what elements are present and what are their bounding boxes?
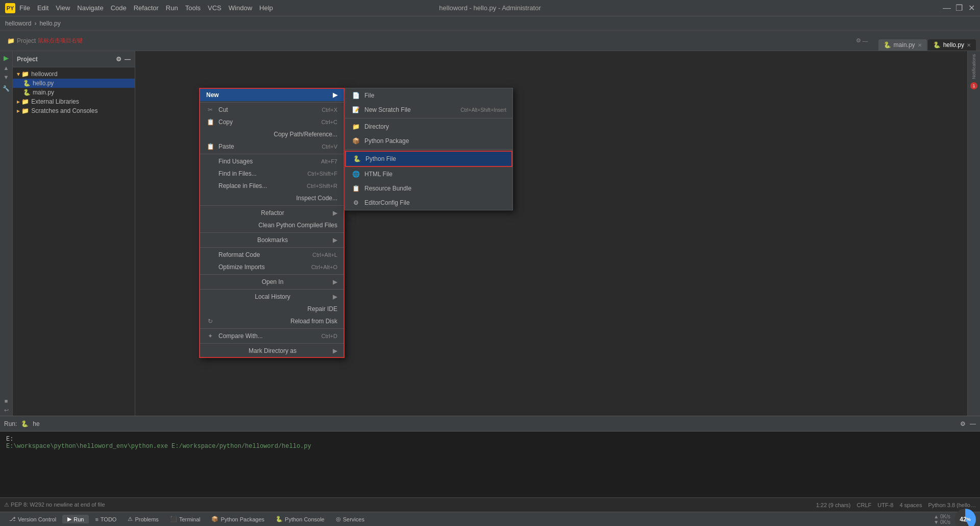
separator-7 — [200, 289, 344, 290]
left-sidebar: ▶ ▲ ▼ 🔧 ■ ↩ — [0, 51, 13, 416]
submenu-resource[interactable]: 📋 Resource Bundle — [345, 181, 512, 196]
context-inspect[interactable]: Inspect Code... — [200, 192, 344, 204]
tab-main-py[interactable]: 🐍 main.py ✕ — [878, 39, 927, 51]
context-copy-path[interactable]: Copy Path/Reference... — [200, 128, 344, 140]
close-button[interactable]: ✕ — [968, 5, 975, 12]
editor-area[interactable]: New ▶ ✂ Cut Ctrl+X 📋 Copy Ctrl+C Copy Pa… — [135, 51, 967, 416]
menu-view[interactable]: View — [56, 4, 70, 12]
context-paste[interactable]: 📋 Paste Ctrl+V — [200, 140, 344, 153]
toolbar-settings-icon[interactable]: ⚙ — [856, 37, 861, 44]
submenu-directory[interactable]: 📁 Directory — [345, 119, 512, 134]
submenu-py-package[interactable]: 📦 Python Package — [345, 134, 512, 148]
context-cut[interactable]: ✂ Cut Ctrl+X — [200, 104, 344, 116]
sidebar-up-icon[interactable]: ▲ — [4, 65, 9, 71]
context-refactor[interactable]: Refactor ▶ — [200, 207, 344, 219]
project-header: Project ⚙ — — [13, 51, 135, 67]
refactor-arrow: ▶ — [333, 209, 337, 217]
menu-vcs[interactable]: VCS — [208, 4, 222, 12]
toolbar-minus-icon[interactable]: — — [863, 38, 868, 44]
context-bookmarks[interactable]: Bookmarks ▶ — [200, 234, 344, 246]
menu-tools[interactable]: Tools — [185, 4, 201, 12]
project-settings-icon[interactable]: ⚙ — [116, 56, 121, 63]
paste-shortcut: Ctrl+V — [322, 144, 337, 150]
encoding[interactable]: UTF-8 — [877, 502, 893, 508]
notifications-label[interactable]: Notifications — [971, 54, 976, 79]
context-menu-new[interactable]: New ▶ — [200, 89, 344, 101]
menu-window[interactable]: Window — [229, 4, 252, 12]
submenu-file-label: File — [364, 92, 374, 99]
tab-main-py-close[interactable]: ✕ — [918, 42, 922, 48]
tree-item-scratch[interactable]: ▸ 📁 Scratches and Consoles — [13, 106, 135, 115]
tab-hello-py-close[interactable]: ✕ — [967, 42, 971, 48]
context-reformat[interactable]: Reformat Code Ctrl+Alt+L — [200, 249, 344, 261]
status-problems[interactable]: ⚠ Problems — [122, 515, 163, 523]
menu-bar[interactable]: File Edit View Navigate Code Refactor Ru… — [19, 4, 273, 12]
compare-icon: ✦ — [206, 332, 214, 340]
tree-item-external[interactable]: ▸ 📁 External Libraries — [13, 97, 135, 106]
python-version[interactable]: Python 3.8 (hello… — [928, 502, 976, 508]
context-find-usages[interactable]: Find Usages Alt+F7 — [200, 155, 344, 168]
maximize-button[interactable]: ❐ — [955, 5, 963, 12]
breadcrumb-project[interactable]: helloword — [5, 20, 31, 27]
submenu-html-file[interactable]: 🌐 HTML File — [345, 167, 512, 181]
status-todo[interactable]: ≡ TODO — [90, 515, 121, 523]
sidebar-down-icon[interactable]: ▼ — [4, 74, 9, 80]
status-terminal[interactable]: ⬛ Terminal — [165, 515, 206, 523]
ext-folder-icon: ▸ 📁 — [17, 98, 29, 105]
menu-run[interactable]: Run — [166, 4, 178, 12]
menu-help[interactable]: Help — [259, 4, 273, 12]
menu-file[interactable]: File — [19, 4, 30, 12]
tab-hello-py[interactable]: 🐍 hello.py ✕ — [928, 39, 976, 51]
open-in-label: Open In — [262, 278, 284, 285]
context-local-history[interactable]: Local History ▶ — [200, 291, 344, 303]
status-services[interactable]: ◎ Services — [331, 515, 370, 523]
project-collapse-icon[interactable]: — — [125, 56, 131, 63]
packages-icon: 📦 — [211, 516, 218, 522]
submenu-editorconfig[interactable]: ⚙ EditorConfig File — [345, 196, 512, 210]
new-arrow: ▶ — [333, 91, 337, 99]
status-run[interactable]: ▶ Run — [62, 515, 89, 523]
tree-item-hello-label: hello.py — [33, 80, 54, 87]
context-reload[interactable]: ↻ Reload from Disk — [200, 315, 344, 327]
context-mark-dir[interactable]: Mark Directory as ▶ — [200, 345, 344, 357]
menu-navigate[interactable]: Navigate — [77, 4, 103, 12]
context-optimize[interactable]: Optimize Imports Ctrl+Alt+O — [200, 261, 344, 273]
context-repair-ide[interactable]: Repair IDE — [200, 303, 344, 315]
context-clean[interactable]: Clean Python Compiled Files — [200, 219, 344, 231]
menu-code[interactable]: Code — [111, 4, 127, 12]
run-file-icon: 🐍 — [21, 420, 29, 427]
status-python-packages[interactable]: 📦 Python Packages — [206, 515, 270, 523]
run-settings-icon[interactable]: ⚙ — [960, 420, 966, 427]
run-output: E:\workspace\python\helloword_env\python… — [6, 443, 974, 450]
menu-edit[interactable]: Edit — [37, 4, 48, 12]
context-copy[interactable]: 📋 Copy Ctrl+C — [200, 116, 344, 128]
indent-info[interactable]: 4 spaces — [899, 502, 922, 508]
editorconfig-icon: ⚙ — [351, 198, 360, 207]
menu-refactor[interactable]: Refactor — [134, 4, 159, 12]
line-ending[interactable]: CRLF — [857, 502, 872, 508]
tree-item-main[interactable]: 🐍 main.py — [13, 88, 135, 97]
tree-item-hello[interactable]: 🐍 hello.py — [13, 79, 135, 88]
run-close-icon[interactable]: — — [970, 420, 976, 427]
sidebar-stop-icon[interactable]: ■ — [5, 398, 8, 404]
context-replace-files[interactable]: Replace in Files... Ctrl+Shift+R — [200, 180, 344, 192]
status-python-console[interactable]: 🐍 Python Console — [271, 515, 330, 523]
minimize-button[interactable]: — — [943, 5, 950, 12]
context-find-files[interactable]: Find in Files... Ctrl+Shift+F — [200, 168, 344, 180]
submenu-scratch[interactable]: 📝 New Scratch File Ctrl+Alt+Shift+Insert — [345, 103, 512, 117]
context-open-in[interactable]: Open In ▶ — [200, 276, 344, 288]
submenu-file[interactable]: 📄 File — [345, 88, 512, 103]
status-version-control[interactable]: ⎇ Version Control — [4, 515, 61, 523]
breadcrumb-file[interactable]: hello.py — [39, 20, 60, 27]
sidebar-run-icon[interactable]: ▶ — [4, 54, 9, 62]
submenu-python-file[interactable]: 🐍 Python File — [345, 151, 512, 167]
sidebar-tool-icon[interactable]: 🔧 — [3, 85, 10, 92]
submenu-resource-label: Resource Bundle — [364, 185, 411, 192]
cut-icon: ✂ — [206, 106, 214, 113]
tree-item-root[interactable]: ▾ 📁 helloword — [13, 69, 135, 79]
bookmarks-arrow: ▶ — [333, 236, 337, 244]
sidebar-restart-icon[interactable]: ↩ — [4, 407, 9, 414]
find-usages-shortcut: Alt+F7 — [321, 158, 337, 164]
run-content: E: E:\workspace\python\helloword_env\pyt… — [0, 432, 980, 454]
context-compare[interactable]: ✦ Compare With... Ctrl+D — [200, 330, 344, 342]
